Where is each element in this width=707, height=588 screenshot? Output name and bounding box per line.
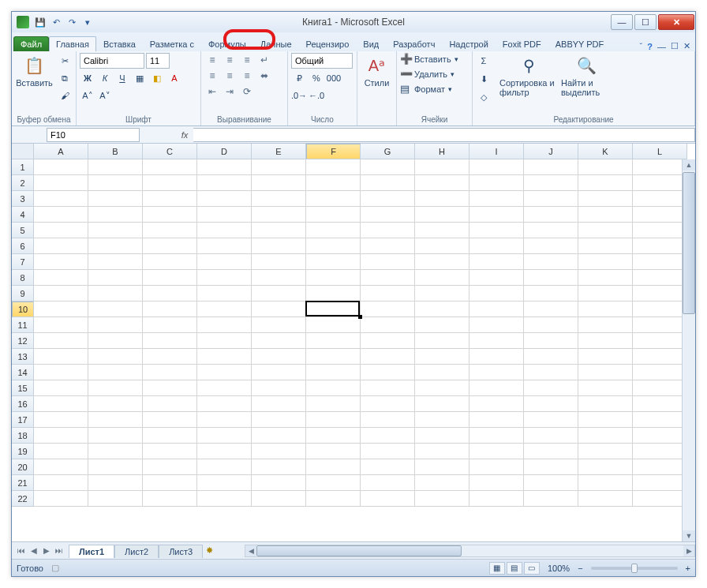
cell[interactable] — [197, 191, 252, 207]
cell[interactable] — [197, 286, 252, 301]
redo-icon[interactable]: ↷ — [65, 16, 78, 28]
cell[interactable] — [361, 333, 415, 349]
cell[interactable] — [524, 380, 578, 396]
tab-page-layout[interactable]: Разметка с — [143, 36, 201, 51]
cell[interactable] — [252, 207, 306, 223]
cell[interactable] — [361, 254, 415, 270]
align-center-icon[interactable]: ≡ — [222, 69, 238, 83]
tab-insert[interactable]: Вставка — [96, 36, 143, 51]
underline-button[interactable]: Ч — [114, 70, 130, 86]
cell[interactable] — [34, 223, 88, 238]
horizontal-scrollbar[interactable]: ◀ ▶ — [245, 545, 695, 557]
column-header[interactable]: F — [306, 144, 361, 159]
row-header[interactable]: 11 — [12, 317, 34, 333]
cell[interactable] — [252, 286, 306, 301]
minimize-button[interactable]: — — [611, 14, 633, 30]
cell[interactable] — [415, 428, 469, 444]
cell[interactable] — [88, 459, 143, 475]
cell[interactable] — [415, 286, 469, 301]
bold-button[interactable]: Ж — [80, 70, 95, 86]
cell[interactable] — [361, 459, 415, 475]
orientation-icon[interactable]: ⟳ — [239, 84, 255, 99]
row-header[interactable]: 8 — [12, 270, 34, 286]
cell[interactable] — [252, 159, 306, 175]
cell[interactable] — [578, 238, 633, 254]
row-header[interactable]: 12 — [12, 333, 34, 349]
cell[interactable] — [88, 365, 143, 380]
cell[interactable] — [578, 223, 633, 238]
format-painter-icon[interactable]: 🖌 — [57, 88, 73, 103]
cell[interactable] — [306, 333, 361, 349]
cell[interactable] — [524, 270, 578, 286]
cell[interactable] — [524, 333, 578, 349]
cell[interactable] — [143, 159, 197, 175]
cell[interactable] — [633, 191, 687, 207]
cell[interactable] — [524, 223, 578, 238]
cell[interactable] — [197, 333, 252, 349]
cell[interactable] — [633, 301, 687, 317]
cell[interactable] — [469, 396, 524, 412]
macro-record-icon[interactable]: ▢ — [51, 563, 59, 573]
save-icon[interactable]: 💾 — [34, 16, 47, 28]
maximize-button[interactable]: ☐ — [634, 14, 656, 30]
cell[interactable] — [361, 301, 415, 317]
cell[interactable] — [633, 333, 687, 349]
currency-icon[interactable]: ₽ — [291, 70, 307, 86]
tab-review[interactable]: Рецензиро — [299, 36, 357, 51]
cell[interactable] — [252, 365, 306, 380]
merge-center-icon[interactable]: ⬌ — [256, 69, 272, 83]
cell[interactable] — [469, 301, 524, 317]
cell[interactable] — [361, 475, 415, 491]
cell[interactable] — [88, 444, 143, 459]
cell[interactable] — [252, 412, 306, 428]
cell[interactable] — [633, 491, 687, 507]
cells-insert-button[interactable]: ➕Вставить▾ — [400, 53, 458, 65]
row-header[interactable]: 7 — [12, 254, 34, 270]
page-break-view-icon[interactable]: ▭ — [524, 562, 540, 575]
cell[interactable] — [34, 270, 88, 286]
cell[interactable] — [415, 175, 469, 191]
cell[interactable] — [524, 365, 578, 380]
cell[interactable] — [88, 223, 143, 238]
cell[interactable] — [252, 349, 306, 365]
cell[interactable] — [143, 301, 197, 317]
cell[interactable] — [88, 396, 143, 412]
cell[interactable] — [361, 286, 415, 301]
cell[interactable] — [306, 254, 361, 270]
cell[interactable] — [415, 459, 469, 475]
cell[interactable] — [469, 223, 524, 238]
zoom-in-icon[interactable]: + — [686, 564, 690, 573]
cell[interactable] — [252, 333, 306, 349]
cell[interactable] — [578, 396, 633, 412]
column-header[interactable]: G — [361, 144, 415, 159]
cell[interactable] — [578, 475, 633, 491]
border-button[interactable]: ▦ — [132, 70, 148, 86]
increase-indent-icon[interactable]: ⇥ — [222, 84, 238, 99]
row-header[interactable]: 14 — [12, 365, 34, 380]
cell[interactable] — [252, 459, 306, 475]
cell[interactable] — [524, 428, 578, 444]
doc-minimize-icon[interactable]: — — [657, 42, 666, 51]
cell[interactable] — [361, 238, 415, 254]
cell[interactable] — [34, 412, 88, 428]
hscroll-thumb[interactable] — [256, 545, 462, 556]
ribbon-minimize-icon[interactable]: ˇ — [640, 42, 643, 51]
cell[interactable] — [469, 365, 524, 380]
cell[interactable] — [524, 491, 578, 507]
find-select-button[interactable]: 🔍 Найти и выделить — [561, 53, 612, 97]
insert-function-icon[interactable]: fx — [176, 130, 193, 140]
cell[interactable] — [361, 270, 415, 286]
select-all-corner[interactable] — [12, 144, 34, 159]
cell[interactable] — [361, 491, 415, 507]
comma-icon[interactable]: 000 — [326, 70, 342, 86]
cell[interactable] — [34, 207, 88, 223]
cell[interactable] — [34, 491, 88, 507]
cell[interactable] — [524, 317, 578, 333]
cell[interactable] — [197, 491, 252, 507]
row-header[interactable]: 19 — [12, 444, 34, 459]
cell[interactable] — [361, 444, 415, 459]
cell[interactable] — [34, 396, 88, 412]
cell[interactable] — [469, 238, 524, 254]
cell[interactable] — [578, 380, 633, 396]
cell[interactable] — [469, 491, 524, 507]
